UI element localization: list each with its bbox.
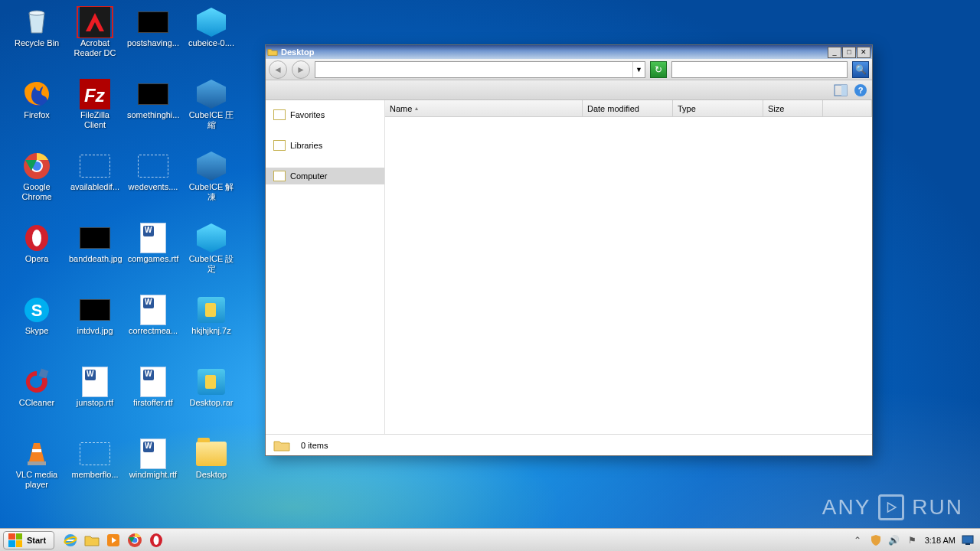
desktop-icon-ccleaner[interactable]: CCleaner bbox=[8, 366, 66, 435]
column-header-size[interactable]: Size bbox=[763, 100, 823, 116]
nav-item-computer[interactable]: Computer bbox=[266, 168, 384, 184]
address-dropdown-icon[interactable]: ▼ bbox=[632, 62, 645, 77]
svg-text:?: ? bbox=[858, 86, 864, 95]
titlebar[interactable]: Desktop _ □ ✕ bbox=[266, 45, 872, 59]
system-tray: ⌃ 🔊 ⚑ 3:18 AM bbox=[845, 534, 980, 546]
desktop-icon-hkjhjknj[interactable]: hkjhjknj.7z bbox=[182, 294, 240, 363]
desktop-icon-vlc[interactable]: VLC media player bbox=[8, 438, 66, 507]
firstoffer-icon bbox=[135, 366, 172, 398]
desktop-icon-desktop-rar[interactable]: Desktop.rar bbox=[182, 366, 240, 435]
comgames-icon bbox=[135, 222, 172, 254]
desktop-icon-label: somethinghi... bbox=[126, 110, 181, 120]
desktop-folder-icon bbox=[193, 438, 230, 470]
desktop-icon-availabledif[interactable]: availabledif... bbox=[66, 150, 124, 219]
desktop-icon-adobe-reader[interactable]: Acrobat Reader DC bbox=[66, 6, 124, 75]
desktop-icon-cubeice-compress[interactable]: CubeICE 圧縮 bbox=[182, 78, 240, 147]
desktop-icon-label: memberflo... bbox=[70, 470, 119, 480]
help-icon[interactable]: ? bbox=[854, 83, 867, 97]
minimize-button[interactable]: _ bbox=[828, 47, 841, 58]
desktop-icon-label: postshaving... bbox=[126, 38, 181, 48]
availabledif-icon bbox=[77, 150, 113, 182]
tray-time: 3:18 AM bbox=[925, 536, 956, 545]
desktop-icon-firstoffer[interactable]: firstoffer.rtf bbox=[124, 366, 182, 435]
desktop-icon-filezilla[interactable]: FzFileZilla Client bbox=[66, 78, 124, 147]
svg-point-24 bbox=[154, 536, 159, 545]
nav-item-favorites[interactable]: Favorites bbox=[266, 106, 384, 123]
chrome-taskbar-icon[interactable] bbox=[126, 532, 143, 549]
start-button[interactable]: Start bbox=[3, 531, 54, 549]
desktop-icon-junstop[interactable]: junstop.rtf bbox=[66, 366, 124, 435]
column-headers: Name▴Date modifiedTypeSize bbox=[385, 100, 872, 117]
desktop-icon-cubeice-settings[interactable]: CubeICE 設定 bbox=[182, 222, 240, 291]
desktop-icon-desktop-folder[interactable]: Desktop bbox=[182, 438, 240, 507]
junstop-icon bbox=[77, 366, 113, 398]
watermark-play-icon bbox=[878, 494, 904, 520]
navigation-pane: FavoritesLibrariesComputer bbox=[266, 100, 385, 434]
svg-rect-13 bbox=[28, 461, 46, 465]
file-list[interactable] bbox=[385, 117, 872, 434]
desktop-icon-recycle-bin[interactable]: Recycle Bin bbox=[8, 6, 66, 75]
somethinghi-icon bbox=[135, 78, 172, 110]
close-button[interactable]: ✕ bbox=[857, 47, 871, 58]
tray-expand-icon[interactable]: ⌃ bbox=[851, 534, 864, 546]
explorer-taskbar-icon[interactable] bbox=[83, 532, 100, 549]
tray-shield-icon[interactable] bbox=[870, 534, 882, 546]
folder-icon bbox=[273, 140, 286, 151]
column-header-name[interactable]: Name▴ bbox=[385, 100, 583, 116]
desktop-icon-windmight[interactable]: windmight.rtf bbox=[124, 438, 182, 507]
desktop-icon-intdvd[interactable]: intdvd.jpg bbox=[66, 294, 124, 363]
desktop-icon-banddeath[interactable]: banddeath.jpg bbox=[66, 222, 124, 291]
filezilla-icon: Fz bbox=[77, 78, 113, 110]
desktop-icon-label: Desktop bbox=[194, 470, 228, 480]
nav-toolbar: ◄ ► ▼ ↻ 🔍 bbox=[266, 59, 872, 80]
maximize-button[interactable]: □ bbox=[842, 47, 856, 58]
svg-point-0 bbox=[29, 11, 44, 15]
address-bar[interactable]: ▼ bbox=[315, 61, 645, 78]
search-go-button[interactable]: 🔍 bbox=[852, 61, 869, 78]
nav-item-label: Favorites bbox=[290, 110, 325, 119]
search-input[interactable] bbox=[672, 65, 847, 74]
desktop-icon-label: Firefox bbox=[22, 110, 51, 120]
opera-taskbar-icon[interactable] bbox=[148, 532, 165, 549]
tray-monitor-icon[interactable] bbox=[962, 534, 974, 546]
ie-icon[interactable] bbox=[62, 532, 79, 549]
svg-rect-25 bbox=[962, 536, 973, 543]
tray-volume-icon[interactable]: 🔊 bbox=[888, 534, 900, 546]
desktop-icon-cubeice-decompress[interactable]: CubeICE 解凍 bbox=[182, 150, 240, 219]
column-header-date-modified[interactable]: Date modified bbox=[583, 100, 673, 116]
desktop-icon-wedevents[interactable]: wedevents.... bbox=[124, 150, 182, 219]
desktop-icon-cubeice-0[interactable]: cubeice-0.... bbox=[182, 6, 240, 75]
desktop-icon-opera[interactable]: Opera bbox=[8, 222, 66, 291]
memberflo-icon bbox=[77, 438, 113, 470]
desktop-icon-label: firstoffer.rtf bbox=[132, 398, 175, 408]
column-header-type[interactable]: Type bbox=[673, 100, 763, 116]
desktop-icon-skype[interactable]: SSkype bbox=[8, 294, 66, 363]
desktop-icon-memberflo[interactable]: memberflo... bbox=[66, 438, 124, 507]
desktop-icon-comgames[interactable]: comgames.rtf bbox=[124, 222, 182, 291]
forward-button[interactable]: ► bbox=[292, 60, 310, 79]
cubeice-compress-icon bbox=[193, 78, 230, 110]
watermark-brand: ANY bbox=[822, 495, 871, 520]
desktop-icon-chrome[interactable]: Google Chrome bbox=[8, 150, 66, 219]
explorer-body: FavoritesLibrariesComputer Name▴Date mod… bbox=[266, 100, 872, 434]
vlc-icon bbox=[18, 438, 55, 470]
taskbar: Start ⌃ 🔊 ⚑ 3:18 AM bbox=[0, 528, 980, 551]
back-button[interactable]: ◄ bbox=[269, 60, 287, 79]
media-player-icon[interactable] bbox=[105, 532, 122, 549]
desktop-icon-firefox[interactable]: Firefox bbox=[8, 78, 66, 147]
desktop: Recycle BinAcrobat Reader DCpostshaving.… bbox=[0, 0, 980, 551]
tray-flag-icon[interactable]: ⚑ bbox=[906, 534, 919, 546]
refresh-button[interactable]: ↻ bbox=[650, 61, 667, 78]
opera-icon bbox=[18, 222, 55, 254]
sort-asc-icon: ▴ bbox=[415, 105, 418, 112]
preview-pane-icon[interactable] bbox=[834, 83, 848, 97]
correctmea-icon bbox=[135, 294, 172, 326]
desktop-icon-correctmea[interactable]: correctmea... bbox=[124, 294, 182, 363]
cubeice-decompress-icon bbox=[193, 150, 230, 182]
desktop-icon-somethinghi[interactable]: somethinghi... bbox=[124, 78, 182, 147]
desktop-icon-label: Google Chrome bbox=[20, 182, 53, 201]
desktop-icon-postshaving[interactable]: postshaving... bbox=[124, 6, 182, 75]
windows-logo-icon bbox=[8, 533, 22, 547]
status-folder-icon bbox=[273, 439, 290, 452]
nav-item-libraries[interactable]: Libraries bbox=[266, 137, 384, 154]
